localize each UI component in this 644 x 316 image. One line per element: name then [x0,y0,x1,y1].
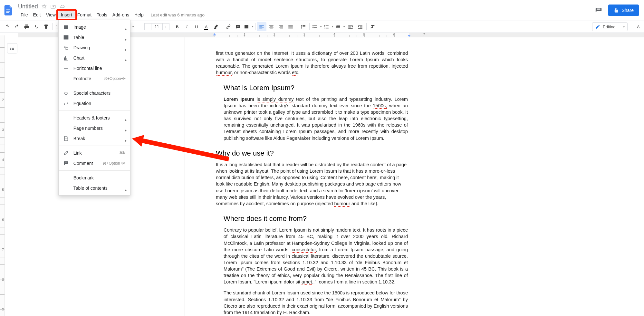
docs-icon [3,5,14,15]
document-title[interactable]: Untitled [18,3,38,10]
numbered-list-button[interactable] [334,22,346,31]
comment-history-icon [595,7,602,14]
insert-toc-item[interactable]: Table of contents [59,183,130,193]
font-size-stepper: − 11 + [144,23,169,30]
menu-view[interactable]: View [43,11,58,18]
font-size-increase[interactable]: + [162,23,169,30]
insert-page-numbers-item[interactable]: Page numbers [59,123,130,133]
menu-addons[interactable]: Add-ons [110,11,132,18]
insert-equation-item[interactable]: π² Equation [59,98,130,109]
paragraph: first true generator on the Internet. It… [216,50,408,76]
menu-file[interactable]: File [18,11,31,18]
menubar: File Edit View Insert Format Tools Add-o… [17,11,205,18]
menu-item-label: Headers & footers [73,115,110,120]
insert-comment-item[interactable]: Comment ⌘+Option+M [59,158,130,168]
insert-image-item[interactable]: Image [59,22,130,32]
font-size-value[interactable]: 11 [151,23,162,30]
menu-edit[interactable]: Edit [31,11,43,18]
insert-special-characters-item[interactable]: Ω Special characters [59,88,130,98]
svg-rect-5 [64,68,68,69]
insert-footnote-item[interactable]: Footnote ⌘+Option+F [59,73,130,84]
titlebar: Untitled File Edit View Insert Format To… [0,0,644,21]
insert-link-button[interactable] [224,22,233,31]
show-outline-button[interactable] [7,43,17,53]
outline-icon [9,45,15,51]
bulleted-list-button[interactable] [322,22,334,31]
move-to-folder-icon[interactable] [50,4,56,9]
paragraph: The standard chunk of Lorem Ipsum used s… [216,290,408,316]
last-edit-link[interactable]: Last edit was 6 minutes ago [151,13,205,17]
text-color-button[interactable]: A [201,22,211,31]
paint-format-button[interactable] [41,22,51,31]
svg-rect-0 [6,10,10,10]
left-gutter: 12345678910 [0,33,18,316]
menu-item-label: Drawing [73,45,90,50]
menu-help[interactable]: Help [132,11,146,18]
insert-drawing-item[interactable]: Drawing [59,43,130,53]
insert-horizontal-line-item[interactable]: Horizontal line [59,63,130,73]
italic-button[interactable]: I [182,22,192,31]
docs-logo[interactable] [3,5,14,16]
editing-mode-dropdown[interactable]: Editing [592,22,628,31]
star-icon[interactable] [41,4,47,9]
paragraph: Contrary to popular belief, Lorem Ipsum … [216,227,408,285]
checklist-button[interactable] [311,22,322,31]
menu-tools[interactable]: Tools [94,11,110,18]
insert-link-item[interactable]: Link ⌘K [59,148,130,158]
heading: What is Lorem Ipsum? [216,83,408,93]
menu-insert[interactable]: Insert [58,11,75,18]
menu-item-label: Bookmark [73,175,94,180]
menu-item-shortcut: ⌘+Option+F [103,76,126,81]
page-content[interactable]: first true generator on the Internet. It… [185,36,439,316]
indent-decrease-button[interactable] [346,22,355,31]
image-icon [63,24,69,30]
insert-comment-button[interactable] [233,22,243,31]
menu-item-label: Table of contents [73,186,108,191]
undo-button[interactable] [3,22,12,31]
heading: Where does it come from? [216,214,408,224]
menu-item-label: Comment [73,161,93,166]
menu-format[interactable]: Format [75,11,94,18]
menu-item-label: Special characters [73,91,111,96]
open-comments-button[interactable] [593,5,604,15]
align-left-button[interactable] [257,22,266,31]
omega-icon: Ω [63,90,69,96]
align-justify-button[interactable] [286,22,295,31]
footnote-icon [63,76,69,81]
insert-break-item[interactable]: Break [59,133,130,144]
share-button[interactable]: Share [608,5,639,16]
font-size-decrease[interactable]: − [144,23,151,30]
line-spacing-button[interactable] [298,22,308,31]
menu-item-shortcut: ⌘+Option+M [102,161,125,166]
pencil-icon [595,24,600,29]
menu-item-label: Chart [73,55,84,61]
spellcheck-button[interactable] [32,22,41,31]
bold-button[interactable]: B [172,22,182,31]
bookmark-icon [63,175,69,181]
insert-headers-footers-item[interactable]: Headers & footers [59,113,130,123]
highlight-color-button[interactable] [211,22,221,31]
paragraph: Lorem Ipsum is simply dummy text of the … [216,96,408,141]
underline-button[interactable]: U [192,22,201,31]
document-page: first true generator on the Internet. It… [185,35,439,316]
insert-image-button[interactable] [243,22,254,31]
redo-button[interactable] [12,22,22,31]
chart-icon [63,55,69,61]
indent-increase-button[interactable] [355,22,365,31]
align-center-button[interactable] [266,22,276,31]
insert-table-item[interactable]: Table [59,32,130,43]
align-right-button[interactable] [276,22,286,31]
lock-icon [613,7,619,13]
print-button[interactable] [22,22,32,31]
menu-item-shortcut: ⌘K [119,151,126,155]
cloud-status-icon[interactable] [59,4,65,9]
drawing-icon [63,45,69,51]
clear-formatting-button[interactable] [368,22,378,31]
collapse-toolbar-button[interactable]: ᐱ [634,24,642,29]
paragraph: It is a long established fact that a rea… [216,161,408,207]
insert-bookmark-item[interactable]: Bookmark [59,173,130,183]
vertical-ruler[interactable]: 12345678910 [0,35,5,316]
menu-item-label: Horizontal line [73,66,102,71]
blank-icon [63,115,69,121]
insert-chart-item[interactable]: Chart [59,53,130,63]
